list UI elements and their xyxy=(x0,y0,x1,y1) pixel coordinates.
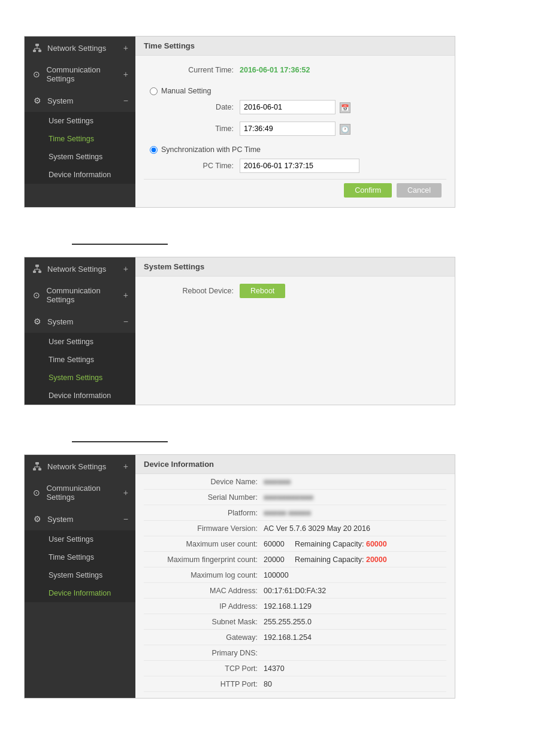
serial-number-row: Serial Number: ●●●●●●●●●●● xyxy=(144,490,446,505)
panel1-submenu: User Settings Time Settings System Setti… xyxy=(25,112,135,184)
sync-row: Synchronization with PC Time xyxy=(144,142,446,157)
sidebar-comm-label: Communication Settings xyxy=(46,65,123,83)
date-calendar-icon[interactable]: 📅 xyxy=(340,102,350,113)
manual-setting-radio[interactable] xyxy=(150,87,158,95)
time-input[interactable] xyxy=(240,122,335,136)
date-row: Date: 📅 xyxy=(144,99,446,116)
network-icon xyxy=(32,42,43,53)
panel3-submenu: User Settings Time Settings System Setti… xyxy=(25,530,135,602)
reboot-btn-wrapper: Reboot xyxy=(240,284,446,298)
comm-icon: ⊙ xyxy=(32,69,41,80)
p2-sidebar-subitem-system[interactable]: System Settings xyxy=(25,369,135,387)
firmware-row: Firmware Version: AC Ver 5.7.6 3029 May … xyxy=(144,521,446,536)
serial-number-value: ●●●●●●●●●●● xyxy=(264,493,446,502)
gateway-row: Gateway: 192.168.1.254 xyxy=(144,630,446,645)
sidebar-item-network[interactable]: Network Settings + xyxy=(25,37,135,59)
p2-comm-expand: + xyxy=(123,290,128,300)
tcp-port-label: TCP Port: xyxy=(144,664,264,673)
panel3-sidebar: Network Settings + ⊙ Communication Setti… xyxy=(25,455,135,698)
p2-sidebar-comm-label: Communication Settings xyxy=(46,286,123,304)
panel3-wrapper: Network Settings + ⊙ Communication Setti… xyxy=(24,454,455,699)
panel1-network-expand: + xyxy=(123,43,128,53)
device-name-value: ●●●●●● xyxy=(264,478,446,486)
svg-rect-7 xyxy=(35,265,39,267)
p3-sidebar-subitem-device[interactable]: Device Information xyxy=(25,584,135,602)
max-log-value: 100000 xyxy=(264,571,446,579)
p3-sidebar-system-label: System xyxy=(47,515,73,524)
p3-sidebar-comm-label: Communication Settings xyxy=(46,484,123,502)
remaining-user-capacity: 60000 xyxy=(366,540,387,548)
sidebar-subitem-device[interactable]: Device Information xyxy=(25,166,135,184)
max-fp-row: Maximum fingerprint count: 20000 Remaini… xyxy=(144,552,446,567)
p3-system-icon: ⚙ xyxy=(32,514,43,524)
gateway-label: Gateway: xyxy=(144,633,264,642)
svg-rect-14 xyxy=(35,462,39,464)
system-icon: ⚙ xyxy=(32,95,43,106)
p2-sidebar-item-communication[interactable]: ⊙ Communication Settings + xyxy=(25,280,135,310)
panel3-main: Device Information Device Name: ●●●●●● S… xyxy=(135,455,455,698)
p3-sidebar-item-system[interactable]: ⚙ System − xyxy=(25,508,135,530)
max-user-label: Maximum user count: xyxy=(144,540,264,548)
p2-sidebar-system-label: System xyxy=(47,317,73,326)
max-fp-value: 20000 Remaining Capacity: 20000 xyxy=(264,555,446,564)
firmware-label: Firmware Version: xyxy=(144,524,264,533)
sidebar-subitem-time[interactable]: Time Settings xyxy=(25,130,135,148)
platform-row: Platform: ●●●●● ●●●●● xyxy=(144,505,446,521)
pc-time-input[interactable] xyxy=(240,159,359,173)
svg-rect-1 xyxy=(33,50,36,52)
p2-sidebar-subitem-device[interactable]: Device Information xyxy=(25,387,135,405)
panel1-wrapper: Network Settings + ⊙ Communication Setti… xyxy=(24,36,455,208)
dns-label: Primary DNS: xyxy=(144,649,264,657)
p2-sidebar-subitem-user[interactable]: User Settings xyxy=(25,333,135,351)
reboot-row: Reboot Device: Reboot xyxy=(144,283,446,299)
reboot-button[interactable]: Reboot xyxy=(240,284,285,298)
panel3-body: Device Name: ●●●●●● Serial Number: ●●●●●… xyxy=(135,474,455,698)
subnet-row: Subnet Mask: 255.255.255.0 xyxy=(144,614,446,630)
panel1-body: Current Time: 2016-06-01 17:36:52 Manual… xyxy=(135,56,455,207)
p3-sidebar-item-communication[interactable]: ⊙ Communication Settings + xyxy=(25,478,135,508)
sync-radio[interactable] xyxy=(150,146,158,154)
tcp-port-value: 14370 xyxy=(264,664,446,673)
sidebar-subitem-system[interactable]: System Settings xyxy=(25,148,135,166)
mac-row: MAC Address: 00:17:61:D0:FA:32 xyxy=(144,583,446,599)
p3-sidebar-item-network[interactable]: Network Settings + xyxy=(25,455,135,478)
panel2-main: System Settings Reboot Device: Reboot xyxy=(135,257,455,405)
p3-network-expand: + xyxy=(123,462,128,471)
p3-sidebar-subitem-user[interactable]: User Settings xyxy=(25,530,135,548)
subnet-value: 255.255.255.0 xyxy=(264,618,446,626)
panel2-submenu: User Settings Time Settings System Setti… xyxy=(25,333,135,405)
p3-sidebar-subitem-time[interactable]: Time Settings xyxy=(25,548,135,566)
sidebar-network-label: Network Settings xyxy=(47,44,106,53)
panel2-wrapper: Network Settings + ⊙ Communication Setti… xyxy=(24,257,455,405)
p2-network-expand: + xyxy=(123,264,128,274)
device-name-row: Device Name: ●●●●●● xyxy=(144,474,446,490)
panel2-title: System Settings xyxy=(135,257,455,277)
max-fp-label: Maximum fingerprint count: xyxy=(144,555,264,564)
time-row: Time: 🕐 xyxy=(144,120,446,137)
http-port-label: HTTP Port: xyxy=(144,680,264,688)
p3-comm-expand: + xyxy=(123,488,128,497)
max-user-value: 60000 Remaining Capacity: 60000 xyxy=(264,540,446,548)
mac-value: 00:17:61:D0:FA:32 xyxy=(264,587,446,595)
p2-sidebar-subitem-time[interactable]: Time Settings xyxy=(25,351,135,369)
p3-sidebar-subitem-system[interactable]: System Settings xyxy=(25,566,135,584)
time-calendar-icon[interactable]: 🕐 xyxy=(340,124,350,135)
sidebar-item-system[interactable]: ⚙ System − xyxy=(25,89,135,112)
p2-sidebar-item-network[interactable]: Network Settings + xyxy=(25,257,135,280)
sidebar-item-communication[interactable]: ⊙ Communication Settings + xyxy=(25,59,135,89)
max-user-row: Maximum user count: 60000 Remaining Capa… xyxy=(144,536,446,552)
cancel-button[interactable]: Cancel xyxy=(397,183,442,198)
svg-rect-9 xyxy=(38,271,41,273)
pc-time-label: PC Time: xyxy=(144,162,240,170)
tcp-port-row: TCP Port: 14370 xyxy=(144,661,446,676)
sidebar-subitem-user[interactable]: User Settings xyxy=(25,112,135,130)
current-time-value: 2016-06-01 17:36:52 xyxy=(240,66,446,74)
p2-system-expand: − xyxy=(123,317,128,326)
gateway-value: 192.168.1.254 xyxy=(264,633,446,642)
panel3-title: Device Information xyxy=(135,455,455,474)
http-port-row: HTTP Port: 80 xyxy=(144,676,446,692)
confirm-button[interactable]: Confirm xyxy=(344,183,392,198)
p2-sidebar-item-system[interactable]: ⚙ System − xyxy=(25,310,135,333)
date-input[interactable] xyxy=(240,100,335,114)
pc-time-input-wrapper xyxy=(240,159,446,173)
